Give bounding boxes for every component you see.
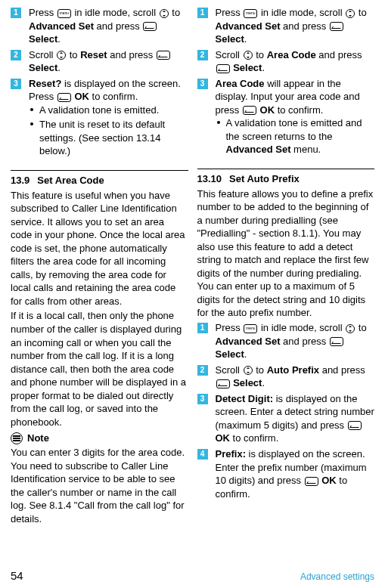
nav-icon	[346, 324, 355, 333]
text: and press	[94, 20, 142, 32]
bold-text: Reset	[80, 49, 107, 60]
text: .	[57, 62, 61, 73]
bold-text: Advanced Set	[216, 20, 281, 32]
nav-icon	[57, 51, 66, 60]
section-heading: 13.10Set Auto Prefix	[197, 172, 375, 186]
step-2-right: 2 Scroll to Area Code and press Select.	[197, 48, 375, 75]
text: .	[57, 33, 61, 45]
text: .	[262, 377, 265, 388]
bold-text: OK	[260, 104, 275, 116]
step-body: Press menu in idle mode, scroll to Advan…	[29, 6, 188, 46]
nav-icon	[244, 366, 253, 375]
softkey-icon	[305, 477, 318, 486]
bold-text: Prefix:	[216, 448, 246, 460]
step-number: 2	[197, 365, 208, 376]
step-number: 4	[197, 449, 208, 460]
note-label: Note	[27, 432, 49, 445]
nav-icon	[160, 9, 169, 18]
note-icon	[11, 432, 23, 444]
page-footer: 54 Advanced settings	[11, 568, 374, 583]
step-body: Scroll to Reset and press Select.	[29, 48, 188, 75]
section-title: Set Auto Prefix	[229, 173, 300, 184]
text: is displayed on the screen.	[61, 78, 181, 89]
footer-label: Advanced settings	[300, 571, 374, 583]
softkey-icon	[348, 421, 362, 430]
text: Scroll	[216, 364, 243, 376]
step-number: 1	[11, 8, 21, 18]
menu-icon: menu	[244, 324, 257, 333]
note-text: You can enter 3 digits for the area code…	[11, 446, 188, 525]
text: to	[67, 49, 80, 60]
nav-icon	[244, 51, 253, 60]
bullet-text: A validation tone is emitted.	[39, 104, 188, 117]
bullet: A validation tone is emitted and the scr…	[217, 116, 375, 156]
text: and press	[319, 364, 365, 376]
softkey-icon	[243, 106, 256, 115]
paragraph: This feature allows you to define a pref…	[197, 187, 375, 320]
page-columns: 1 Press menu in idle mode, scroll to Adv…	[11, 6, 374, 527]
text: Press	[29, 7, 57, 18]
text: Press	[216, 7, 244, 18]
section-number: 13.9	[11, 175, 29, 186]
bullet-text: A validation tone is emitted and the scr…	[226, 116, 375, 156]
softkey-icon	[143, 22, 157, 31]
bullet-icon	[30, 108, 33, 111]
bold-text: Auto Prefix	[267, 364, 319, 376]
bold-text: OK	[74, 91, 89, 102]
section-rule	[197, 169, 375, 169]
menu-icon: menu	[244, 9, 257, 18]
bold-text: Select	[29, 33, 57, 45]
text: to confirm.	[230, 432, 278, 444]
section-heading: 13.9Set Area Code	[11, 174, 188, 187]
step-3-right-sec: 3 Detect Digit: is displayed on the scre…	[197, 392, 375, 445]
step-3-left: 3 Reset? is displayed on the screen. Pre…	[11, 77, 188, 159]
section-number: 13.10	[197, 173, 222, 184]
text: and press	[316, 49, 362, 60]
step-number: 1	[197, 323, 208, 333]
step-1-left: 1 Press menu in idle mode, scroll to Adv…	[11, 6, 188, 46]
text: to	[356, 322, 366, 333]
paragraph: This feature is useful when you have sub…	[11, 189, 188, 308]
text: to	[253, 364, 267, 376]
bold-text: Advanced Set	[226, 144, 291, 155]
bullet-icon	[217, 121, 220, 124]
step-number: 3	[11, 79, 21, 89]
text: to confirm.	[89, 91, 138, 102]
bold-text: Select	[29, 62, 57, 73]
paragraph: If it is a local call, then only the pho…	[11, 309, 188, 429]
step-body: Detect Digit: is displayed on the screen…	[216, 392, 375, 445]
step-1-right-sec: 1 Press menu in idle mode, scroll to Adv…	[197, 321, 375, 361]
bold-text: Advanced Set	[216, 336, 281, 347]
step-number: 3	[197, 79, 208, 89]
text: in idle mode, scroll	[258, 322, 345, 333]
bold-text: OK	[321, 475, 337, 486]
text: Scroll	[29, 49, 56, 60]
softkey-icon	[216, 64, 230, 73]
bullet: A validation tone is emitted.	[30, 104, 188, 117]
softkey-icon	[330, 22, 343, 31]
text: A validation tone is emitted and the scr…	[226, 117, 362, 142]
bold-text: Select	[216, 33, 244, 45]
step-body: Scroll to Area Code and press Select.	[216, 48, 375, 75]
step-4-right-sec: 4 Prefix: is displayed on the screen. En…	[197, 447, 375, 500]
step-body: Press menu in idle mode, scroll to Advan…	[216, 6, 375, 46]
note-heading: Note	[11, 432, 188, 445]
text: to	[356, 7, 366, 18]
bold-text: Reset?	[29, 78, 61, 89]
text: in idle mode, scroll	[258, 7, 345, 18]
step-number: 3	[197, 394, 208, 404]
bold-text: Select	[233, 377, 262, 388]
step-1-right: 1 Press menu in idle mode, scroll to Adv…	[197, 6, 375, 46]
step-2-right-sec: 2 Scroll to Auto Prefix and press Select…	[197, 364, 375, 390]
softkey-icon	[330, 337, 343, 346]
text: to	[169, 7, 180, 18]
softkey-icon	[57, 93, 71, 102]
softkey-icon	[216, 379, 230, 388]
step-2-left: 2 Scroll to Reset and press Select.	[11, 48, 188, 75]
step-3-right: 3 Area Code will appear in the display. …	[197, 77, 375, 158]
step-number: 1	[197, 8, 208, 18]
nav-icon	[346, 9, 355, 18]
text: and press	[280, 336, 328, 347]
text: to	[253, 49, 267, 60]
text: in idle mode, scroll	[72, 7, 159, 18]
